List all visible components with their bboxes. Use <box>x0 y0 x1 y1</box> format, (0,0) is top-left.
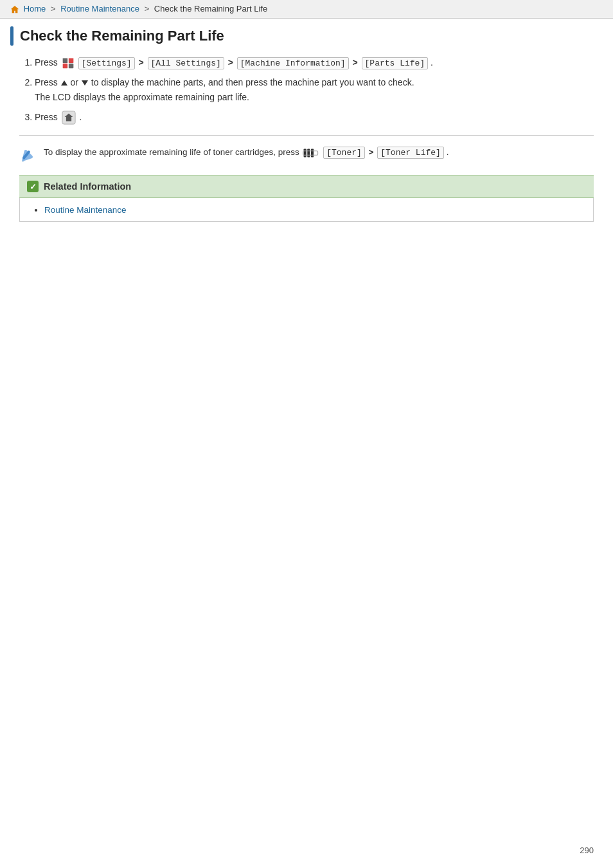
step1-code3: [Machine Information] <box>237 57 349 69</box>
note-prefix: To display the approximate remaining lif… <box>44 147 301 157</box>
step1-code4: [Parts Life] <box>362 57 429 69</box>
step2-text-rest: to display the machine parts, and then p… <box>91 77 414 87</box>
step3-prefix: Press <box>35 112 60 122</box>
step1-prefix: Press <box>35 57 60 68</box>
home-button-icon <box>62 111 76 125</box>
svg-rect-1 <box>69 58 74 63</box>
step2-or: or <box>71 77 81 87</box>
svg-rect-6 <box>304 149 306 157</box>
triangle-up-icon <box>61 80 67 86</box>
main-content: Press [Settings] > [All Settings] > [Mac… <box>0 56 613 248</box>
related-info-links: Routine Maintenance <box>30 204 583 215</box>
breadcrumb-bar: Home > Routine Maintenance > Check the R… <box>0 0 613 19</box>
settings-icon <box>62 57 75 69</box>
related-info-link-item: Routine Maintenance <box>44 204 583 215</box>
home-breadcrumb-icon <box>10 5 19 14</box>
step1-period: . <box>431 57 433 68</box>
breadcrumb-sep2: > <box>145 4 150 14</box>
svg-rect-8 <box>311 149 314 157</box>
header-accent-bar <box>10 26 13 46</box>
steps-list: Press [Settings] > [All Settings] > [Mac… <box>19 56 594 125</box>
breadcrumb-routine-maintenance[interactable]: Routine Maintenance <box>60 4 139 14</box>
step-1: Press [Settings] > [All Settings] > [Mac… <box>35 56 594 70</box>
breadcrumb-current: Check the Remaining Part Life <box>154 4 267 14</box>
page-title: Check the Remaining Part Life <box>20 26 224 46</box>
related-info-link-routine-maintenance[interactable]: Routine Maintenance <box>44 205 127 215</box>
divider-line <box>19 135 594 136</box>
note-text: To display the approximate remaining lif… <box>44 146 449 159</box>
page-header: Check the Remaining Part Life <box>10 26 603 46</box>
step1-code1: [Settings] <box>78 57 135 69</box>
step1-arrow1: > <box>138 57 146 68</box>
breadcrumb-sep1: > <box>51 4 56 14</box>
step2-text-main: Press <box>35 77 60 87</box>
step1-code2: [All Settings] <box>148 57 224 69</box>
note-code1: [Toner] <box>323 147 365 159</box>
breadcrumb-home[interactable]: Home <box>24 4 46 14</box>
step-3: Press . <box>35 111 594 125</box>
triangle-down-icon <box>82 80 88 86</box>
related-info-title: Related Information <box>44 181 131 192</box>
svg-rect-2 <box>62 64 67 69</box>
note-arrow: > <box>369 147 377 157</box>
related-info-body: Routine Maintenance <box>19 198 594 222</box>
checkmark-icon <box>27 181 39 192</box>
related-info-header: Related Information <box>19 175 594 198</box>
svg-rect-0 <box>62 58 67 63</box>
step1-arrow3: > <box>352 57 360 68</box>
pencil-note-icon <box>19 147 37 165</box>
note-box: To display the approximate remaining lif… <box>19 146 594 165</box>
step-2: Press or to display the machine parts, a… <box>35 76 594 104</box>
step1-arrow2: > <box>228 57 236 68</box>
toner-icon <box>303 147 319 159</box>
step3-period: . <box>80 112 82 122</box>
note-code2: [Toner Life] <box>377 147 444 159</box>
svg-rect-3 <box>69 64 74 69</box>
step2-subline: The LCD displays the approximate remaini… <box>35 91 594 104</box>
svg-rect-7 <box>308 149 310 157</box>
page-number: 290 <box>580 845 594 855</box>
note-period: . <box>447 147 449 157</box>
